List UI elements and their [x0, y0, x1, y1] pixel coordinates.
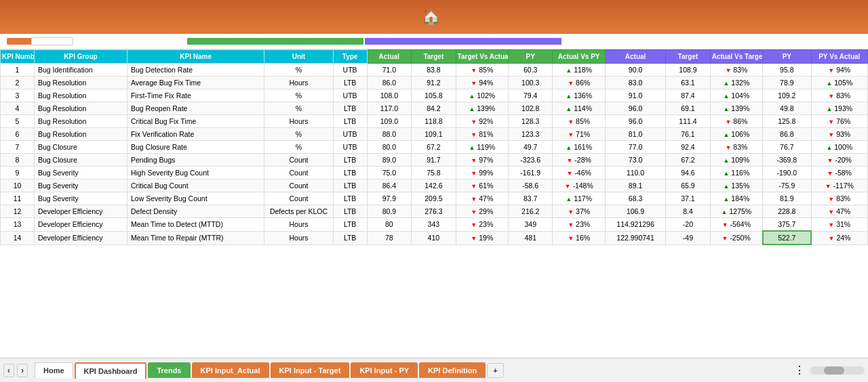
table-row: 9 Bug Severity High Severity Bug Count C… — [1, 167, 868, 179]
cell-mtd-tva: ▼ 29% — [456, 205, 508, 218]
cell-mtd-target: 91.2 — [412, 77, 456, 89]
cell-mtd-py: 102.8 — [509, 102, 553, 115]
cell-ytd-avt: ▲ 1275% — [710, 205, 762, 218]
cell-kpi-group: Bug Severity — [35, 192, 127, 205]
cell-ytd-pva: ▼ 83% — [811, 89, 867, 102]
cell-type: LTB — [333, 167, 367, 179]
cell-ytd-target: 37.1 — [666, 192, 710, 205]
cell-ytd-avt: ▼ 83% — [710, 64, 762, 77]
cell-mtd-py: 481 — [509, 231, 553, 245]
cell-kpi-num: 10 — [1, 179, 35, 192]
cell-ytd-pva: ▼ -20% — [811, 154, 867, 167]
current-month-display — [31, 37, 73, 45]
cell-ytd-avt: ▲ 106% — [710, 128, 762, 141]
cell-ytd-target: 92.4 — [666, 141, 710, 154]
cell-mtd-apy: ▲ 118% — [553, 64, 605, 77]
cell-mtd-tva: ▼ 94% — [456, 77, 508, 89]
cell-ytd-pva: ▼ 47% — [811, 205, 867, 218]
cell-unit: % — [264, 128, 333, 141]
cell-kpi-name: Bug Detection Rate — [127, 64, 264, 77]
tab-kpi-input-actual[interactable]: KPI Input_Actual — [192, 362, 269, 378]
cell-type: UTB — [333, 128, 367, 141]
next-sheet-button[interactable]: › — [17, 364, 28, 377]
cell-mtd-py: 216.2 — [509, 205, 553, 218]
cell-mtd-target: 84.2 — [412, 102, 456, 115]
cell-ytd-py: 95.8 — [763, 64, 811, 77]
cell-mtd-py: 123.3 — [509, 128, 553, 141]
tab-home[interactable]: Home — [35, 362, 73, 378]
cell-kpi-name: Average Bug Fix Time — [127, 77, 264, 89]
table-row: 14 Developer Efficiency Mean Time to Rep… — [1, 231, 868, 245]
cell-kpi-name: Low Severity Bug Count — [127, 192, 264, 205]
cell-mtd-tva: ▼ 92% — [456, 115, 508, 128]
cell-mtd-actual: 97.9 — [367, 192, 411, 205]
more-options-icon[interactable]: ⋮ — [794, 364, 805, 377]
cell-ytd-target: 67.2 — [666, 154, 710, 167]
cell-mtd-tva: ▲ 102% — [456, 89, 508, 102]
cell-ytd-avt: ▲ 135% — [710, 179, 762, 192]
cell-mtd-tva: ▼ 23% — [456, 218, 508, 232]
cell-ytd-avt: ▲ 109% — [710, 154, 762, 167]
cell-mtd-py: -161.9 — [509, 167, 553, 179]
col-mtd-tva: Target Vs Actual — [456, 50, 508, 64]
cell-mtd-apy: ▼ 85% — [553, 115, 605, 128]
cell-mtd-apy: ▼ 16% — [553, 231, 605, 245]
cell-mtd-apy: ▼ -28% — [553, 154, 605, 167]
cell-ytd-actual: 91.0 — [605, 89, 665, 102]
cell-mtd-tva: ▼ 85% — [456, 64, 508, 77]
add-tab-button[interactable]: + — [487, 363, 503, 378]
cell-ytd-py: -369.8 — [763, 154, 811, 167]
cell-mtd-target: 118.8 — [412, 115, 456, 128]
cell-kpi-num: 9 — [1, 167, 35, 179]
tab-kpi-dashboard[interactable]: KPI Dashboard — [75, 362, 147, 379]
cell-ytd-actual: 96.0 — [605, 115, 665, 128]
cell-kpi-name: Fix Verification Rate — [127, 128, 264, 141]
cell-mtd-target: 142.6 — [412, 179, 456, 192]
prev-sheet-button[interactable]: ‹ — [3, 364, 14, 377]
cell-mtd-target: 83.8 — [412, 64, 456, 77]
cell-mtd-apy: ▼ 37% — [553, 205, 605, 218]
cell-mtd-py: 60.3 — [509, 64, 553, 77]
cell-unit: Hours — [264, 115, 333, 128]
table-row: 2 Bug Resolution Average Bug Fix Time Ho… — [1, 77, 868, 89]
cell-kpi-name: First-Time Fix Rate — [127, 89, 264, 102]
cell-ytd-avt: ▲ 116% — [710, 167, 762, 179]
cell-type: LTB — [333, 231, 367, 245]
cell-ytd-py: 125.8 — [763, 115, 811, 128]
cell-ytd-pva: ▲ 193% — [811, 102, 867, 115]
tab-trends[interactable]: Trends — [148, 362, 190, 378]
cell-ytd-actual: 122.990741 — [605, 231, 665, 245]
table-row: 6 Bug Resolution Fix Verification Rate %… — [1, 128, 868, 141]
cell-ytd-actual: 68.3 — [605, 192, 665, 205]
cell-kpi-num: 4 — [1, 102, 35, 115]
cell-ytd-actual: 73.0 — [605, 154, 665, 167]
cell-ytd-target: 87.4 — [666, 89, 710, 102]
cell-mtd-tva: ▼ 19% — [456, 231, 508, 245]
cell-unit: Count — [264, 167, 333, 179]
tab-kpi-input-py[interactable]: KPI Input - PY — [351, 362, 418, 378]
cell-kpi-group: Bug Closure — [35, 141, 127, 154]
cell-ytd-target: -20 — [666, 218, 710, 232]
cell-mtd-apy: ▼ 23% — [553, 218, 605, 232]
cell-mtd-tva: ▼ 81% — [456, 128, 508, 141]
cell-mtd-tva: ▼ 97% — [456, 154, 508, 167]
cell-ytd-actual: 90.0 — [605, 64, 665, 77]
tab-kpi-definition[interactable]: KPI Definition — [419, 362, 486, 378]
cell-ytd-actual: 114.921296 — [605, 218, 665, 232]
sheet-scrollbar[interactable] — [810, 366, 865, 375]
select-month-button[interactable] — [7, 38, 31, 45]
cell-mtd-apy: ▼ 71% — [553, 128, 605, 141]
cell-mtd-actual: 89.0 — [367, 154, 411, 167]
col-mtd-target: Target — [412, 50, 456, 64]
cell-ytd-pva: ▼ 31% — [811, 218, 867, 232]
tab-kpi-input-target[interactable]: KPI Input - Target — [271, 362, 350, 378]
cell-ytd-pva: ▼ 24% — [811, 231, 867, 245]
cell-mtd-apy: ▲ 136% — [553, 89, 605, 102]
cell-mtd-tva: ▲ 119% — [456, 141, 508, 154]
cell-ytd-target: 69.1 — [666, 102, 710, 115]
cell-ytd-py: 78.9 — [763, 77, 811, 89]
cell-mtd-py: 349 — [509, 218, 553, 232]
cell-ytd-target: -49 — [666, 231, 710, 245]
cell-kpi-group: Bug Severity — [35, 179, 127, 192]
cell-type: LTB — [333, 102, 367, 115]
